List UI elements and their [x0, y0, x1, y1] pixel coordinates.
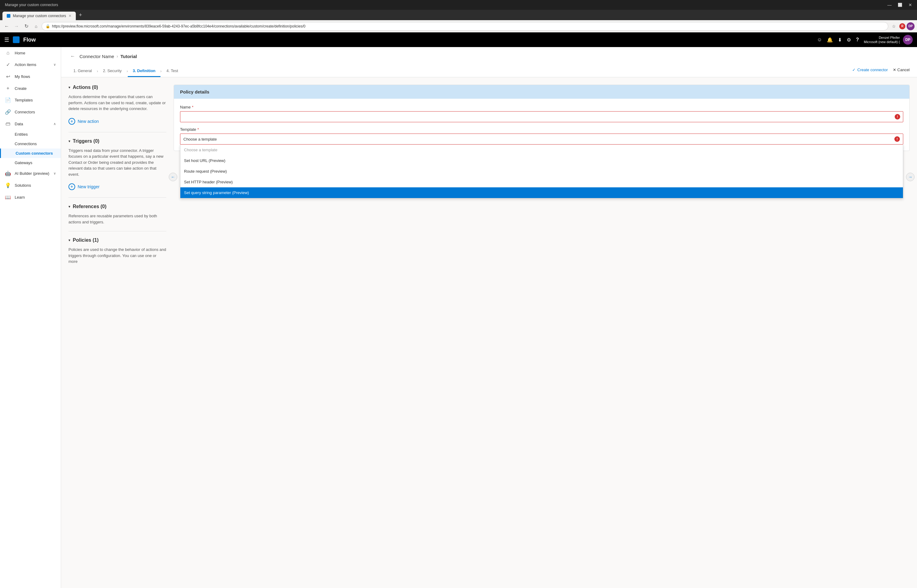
wizard-actions: ✓ Create connector ✕ Cancel: [852, 68, 910, 75]
cancel-button[interactable]: ✕ Cancel: [893, 68, 910, 72]
template-required-star: *: [197, 127, 199, 132]
name-input-wrapper: !: [180, 111, 903, 122]
policy-details-panel: Policy details Name * !: [174, 85, 910, 151]
sidebar-item-action-items[interactable]: ✓ Action items ∨: [0, 59, 61, 71]
content-body: ▾ Actions (0) Actions determine the oper…: [61, 78, 917, 277]
user-account-avatar[interactable]: DP: [907, 22, 915, 30]
connectors-icon: 🔗: [5, 109, 11, 115]
policies-section-title: Policies (1): [73, 237, 98, 243]
references-collapse-icon[interactable]: ▾: [68, 204, 70, 209]
sidebar-item-gateways[interactable]: Gateways: [0, 158, 61, 168]
template-error-icon: !: [894, 136, 900, 142]
active-tab[interactable]: Manage your custom connectors ✕: [2, 11, 76, 20]
nav-arrow-left[interactable]: ←: [169, 173, 177, 181]
new-trigger-button[interactable]: + New trigger: [68, 182, 100, 191]
sidebar-item-ai-builder[interactable]: 🤖 AI Builder (preview) ∨: [0, 168, 61, 179]
home-nav-button[interactable]: ⌂: [32, 22, 40, 31]
template-option-set-host-url[interactable]: Set host URL (Preview): [180, 155, 903, 166]
star-icon[interactable]: ☆: [890, 22, 898, 31]
sidebar-label-templates: Templates: [15, 98, 33, 102]
topbar-avatar[interactable]: DP: [903, 35, 913, 45]
wizard-step-general[interactable]: 1. General: [68, 65, 97, 77]
new-tab-button[interactable]: +: [76, 12, 85, 18]
sidebar-item-custom-connectors[interactable]: Custom connectors: [0, 149, 61, 158]
sidebar-item-solutions[interactable]: 💡 Solutions: [0, 179, 61, 191]
minimize-button[interactable]: —: [885, 1, 894, 8]
ai-builder-icon: 🤖: [5, 171, 11, 176]
close-window-button[interactable]: ✕: [906, 1, 915, 8]
sidebar-item-connections[interactable]: Connections: [0, 139, 61, 149]
divider-2: [68, 197, 166, 198]
sidebar-item-templates[interactable]: 📄 Templates: [0, 94, 61, 106]
sidebar-label-create: Create: [15, 86, 27, 91]
actions-collapse-icon[interactable]: ▾: [68, 85, 70, 90]
wizard-step-test[interactable]: 4. Test: [162, 65, 183, 77]
template-field-group: Template * Choose a template ! Choose a …: [180, 127, 903, 145]
policies-collapse-icon[interactable]: ▾: [68, 238, 70, 242]
maximize-button[interactable]: ⬜: [895, 2, 905, 8]
new-action-button[interactable]: + New action: [68, 117, 99, 126]
app-layout: ⌂ Home ✓ Action items ∨ ↩ My flows + Cre…: [0, 47, 917, 588]
forward-nav-button[interactable]: →: [12, 22, 21, 31]
sidebar-label-solutions: Solutions: [15, 183, 31, 187]
template-label: Template *: [180, 127, 903, 132]
template-dropdown-menu: Choose a template Set host URL (Preview)…: [180, 145, 903, 198]
app-title: Flow: [23, 37, 36, 43]
hamburger-menu-button[interactable]: ☰: [4, 36, 9, 43]
wizard-step-definition[interactable]: 3. Definition: [128, 65, 160, 77]
wizard-step-security-label: 2. Security: [103, 68, 122, 73]
url-bar[interactable]: 🔒 https://preview.flow.microsoft.com/man…: [42, 22, 888, 31]
sidebar-item-data[interactable]: 🗃 Data ∧: [0, 118, 61, 129]
new-trigger-plus-icon: +: [68, 183, 75, 190]
data-icon: 🗃: [5, 121, 11, 126]
template-option-set-http-header[interactable]: Set HTTP header (Preview): [180, 177, 903, 187]
wizard-step-security[interactable]: 2. Security: [98, 65, 126, 77]
name-required-star: *: [192, 105, 194, 110]
triggers-collapse-icon[interactable]: ▾: [68, 139, 70, 143]
template-option-route-request[interactable]: Route request (Preview): [180, 166, 903, 177]
cancel-close-icon: ✕: [893, 68, 896, 72]
references-section-desc: References are reusable parameters used …: [68, 213, 166, 225]
sidebar-item-connectors[interactable]: 🔗 Connectors: [0, 106, 61, 118]
my-flows-icon: ↩: [5, 74, 11, 79]
extension-icon[interactable]: R: [899, 23, 906, 29]
sidebar-item-create[interactable]: + Create: [0, 82, 61, 94]
sidebar-item-entities[interactable]: Entities: [0, 129, 61, 139]
topbar-user-info: Denzel Pfeifer Microsoft (new default) (: [864, 36, 900, 44]
actions-section: ▾ Actions (0) Actions determine the oper…: [68, 85, 166, 126]
download-icon-button[interactable]: ⬇: [836, 35, 844, 45]
tab-close-icon[interactable]: ✕: [68, 14, 71, 18]
smiley-icon-button[interactable]: ☺: [815, 35, 824, 44]
tab-title: Manage your custom connectors: [13, 14, 66, 18]
back-button[interactable]: ←: [68, 52, 77, 60]
new-action-plus-icon: +: [68, 118, 75, 125]
back-nav-button[interactable]: ←: [2, 22, 11, 31]
nav-arrow-right[interactable]: →: [906, 173, 915, 181]
name-input[interactable]: [180, 111, 903, 122]
create-connector-button[interactable]: ✓ Create connector: [852, 68, 888, 72]
topbar-right: ☺ 🔔 ⬇ ⚙ ? Denzel Pfeifer Microsoft (new …: [815, 35, 913, 45]
sidebar-label-custom-connectors: Custom connectors: [16, 151, 53, 155]
help-icon-button[interactable]: ?: [854, 35, 861, 44]
user-org: Microsoft (new default) (: [864, 40, 900, 44]
template-option-placeholder[interactable]: Choose a template: [180, 145, 903, 155]
divider-1: [68, 132, 166, 132]
home-icon: ⌂: [5, 50, 11, 56]
policy-details-body: Name * ! Template *: [174, 99, 909, 151]
template-option-set-query-string[interactable]: Set query string parameter (Preview): [180, 187, 903, 198]
sidebar-label-home: Home: [15, 51, 25, 55]
bell-icon-button[interactable]: 🔔: [825, 35, 835, 45]
sidebar-item-learn[interactable]: 📖 Learn: [0, 191, 61, 203]
name-field-group: Name * !: [180, 105, 903, 122]
template-select[interactable]: Choose a template !: [180, 134, 903, 145]
sidebar-item-home[interactable]: ⌂ Home: [0, 47, 61, 59]
sidebar-item-my-flows[interactable]: ↩ My flows: [0, 71, 61, 82]
triggers-section: ▾ Triggers (0) Triggers read data from y…: [68, 139, 166, 192]
settings-icon-button[interactable]: ⚙: [845, 35, 853, 45]
connector-name-link[interactable]: Connector Name: [79, 54, 114, 59]
refresh-nav-button[interactable]: ↻: [22, 22, 31, 31]
url-text: https://preview.flow.microsoft.com/manag…: [52, 24, 884, 28]
actions-section-desc: Actions determine the operations that us…: [68, 94, 166, 112]
cancel-label: Cancel: [898, 68, 910, 72]
sidebar-label-learn: Learn: [15, 195, 25, 200]
